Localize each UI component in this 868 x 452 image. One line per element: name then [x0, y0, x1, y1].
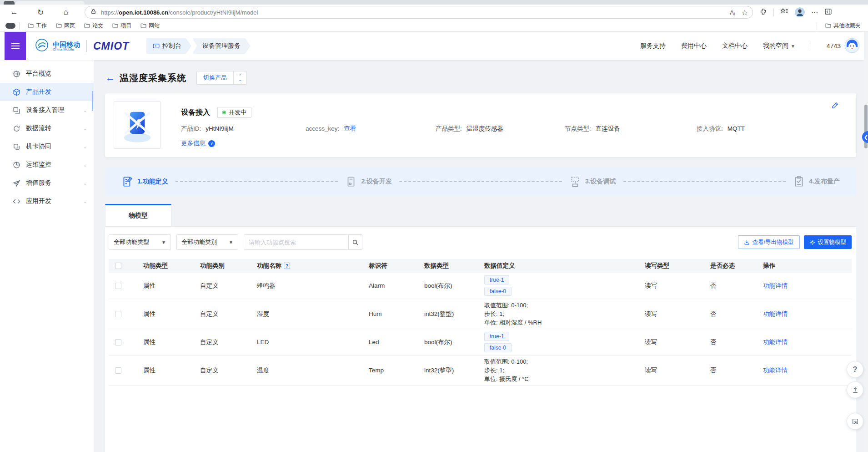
nav-link-support[interactable]: 服务支持	[640, 42, 666, 50]
sidebar: 平台概览 产品开发 设备接入管理 ⌄ 数据流转 ⌄ 机卡协同 ⌄ 运维监控 ⌄ …	[0, 60, 94, 452]
step-release-production[interactable]: 4.发布量产	[793, 176, 840, 188]
function-detail-link[interactable]: 功能详情	[763, 282, 788, 289]
site-lock-icon[interactable]	[90, 8, 96, 16]
release-checklist-icon	[793, 176, 805, 188]
sidebar-item-label: 平台概览	[26, 70, 51, 78]
step-connector	[176, 181, 338, 182]
step-device-debug[interactable]: 3.设备调试	[569, 176, 616, 188]
col-rw-type: 读写类型	[645, 262, 710, 270]
pinned-favicon-bookmark[interactable]	[5, 23, 15, 29]
browser-profile-avatar[interactable]	[795, 7, 805, 17]
submit-float-button[interactable]	[847, 381, 863, 398]
function-type-select[interactable]: 全部功能类型 ▼	[109, 234, 171, 250]
sidebar-item-app-development[interactable]: 应用开发 ⌄	[0, 192, 94, 210]
sidebar-item-value-added[interactable]: 增值服务 ⌄	[0, 174, 94, 192]
cell-type: 属性	[143, 366, 200, 375]
view-export-model-button[interactable]: 查看/导出物模型	[738, 235, 800, 249]
browser-tab-active-partial[interactable]	[15, 1, 85, 5]
col-actions: 操作	[763, 262, 852, 270]
bookmark-label: 网页	[64, 22, 75, 30]
sidebar-toggle-icon[interactable]	[824, 8, 832, 17]
sidebar-item-data-flow[interactable]: 数据流转 ⌄	[0, 119, 94, 137]
step-label: 4.发布量产	[809, 178, 840, 186]
switch-product-button[interactable]: 切换产品 ⌃⌄	[196, 71, 247, 85]
function-search-input[interactable]	[244, 234, 348, 250]
bookmark-folder-sites[interactable]: 网站	[136, 22, 164, 30]
help-float-button[interactable]: ?	[847, 361, 863, 378]
row-checkbox[interactable]	[115, 283, 121, 289]
extensions-icon[interactable]	[759, 8, 767, 17]
back-icon[interactable]: ←	[8, 6, 20, 18]
cell-rw: 读写	[645, 338, 710, 346]
switch-product-label: 切换产品	[197, 71, 234, 84]
china-mobile-logo-zh: 中国移动	[53, 41, 80, 48]
favorites-bar-icon[interactable]	[780, 7, 788, 17]
bookmark-folder-projects[interactable]: 项目	[108, 22, 136, 30]
nav-link-billing[interactable]: 费用中心	[681, 42, 707, 50]
product-info-card: 设备接入 开发中 产品ID:yHtNI9iijM access_key:查看 产…	[105, 93, 856, 157]
breadcrumb-device-service[interactable]: 设备管理服务	[192, 38, 251, 54]
function-detail-link[interactable]: 功能详情	[763, 367, 788, 374]
more-info-link[interactable]: 更多信息 ∨	[181, 139, 215, 147]
browser-menu-icon[interactable]: ⋯	[811, 8, 818, 16]
search-button[interactable]	[348, 234, 362, 250]
other-favorites[interactable]: 其他收藏夹	[821, 22, 868, 30]
tab-thing-model[interactable]: 物模型	[105, 204, 171, 226]
sidebar-item-platform-overview[interactable]: 平台概览	[0, 65, 94, 83]
url-text[interactable]: https://open.iot.10086.cn/console/produc…	[101, 9, 730, 16]
mascot-avatar[interactable]	[844, 38, 860, 55]
edit-pencil-icon[interactable]	[831, 102, 839, 111]
bookmark-folder-papers[interactable]: 论文	[80, 22, 108, 30]
sidebar-item-sim-coordination[interactable]: 机卡协同 ⌄	[0, 137, 94, 156]
breadcrumb-console[interactable]: 控制台	[146, 38, 191, 54]
cell-rw: 读写	[645, 310, 710, 318]
page-scrollbar[interactable]	[864, 32, 868, 452]
function-detail-link[interactable]: 功能详情	[763, 339, 788, 345]
sidebar-item-label: 增值服务	[26, 179, 51, 187]
nav-link-docs[interactable]: 文档中心	[722, 42, 748, 50]
function-category-select[interactable]: 全部功能类别 ▼	[176, 234, 238, 250]
cell-identifier: Hum	[369, 310, 424, 317]
bookmark-folder-work[interactable]: 工作	[23, 22, 51, 30]
browser-tab-partial[interactable]	[4, 1, 15, 5]
refresh-icon[interactable]: ↻	[35, 6, 46, 18]
col-required: 是否必选	[710, 262, 763, 270]
address-bar[interactable]: https://open.iot.10086.cn/console/produc…	[85, 6, 753, 19]
value-chip[interactable]: false-0	[484, 343, 512, 352]
value-chip[interactable]: true-1	[484, 275, 509, 284]
sidebar-item-ops-monitoring[interactable]: 运维监控 ⌄	[0, 156, 94, 174]
favorite-star-icon[interactable]: ☆	[742, 8, 748, 17]
bookmark-folder-web[interactable]: 网页	[51, 22, 80, 30]
sidebar-item-product-development[interactable]: 产品开发	[0, 83, 94, 101]
step-function-definition[interactable]: 1.功能定义	[121, 176, 168, 188]
col-function-name: 功能名称	[257, 262, 281, 270]
browser-toolbar: ← ↻ ⌂ https://open.iot.10086.cn/console/…	[0, 5, 868, 20]
value-chip[interactable]: false-0	[484, 287, 512, 296]
feedback-float-button[interactable]	[847, 413, 863, 430]
function-detail-link[interactable]: 功能详情	[763, 310, 788, 317]
cell-required: 否	[710, 282, 763, 290]
back-arrow-icon[interactable]: ←	[105, 72, 115, 83]
sidebar-item-device-access[interactable]: 设备接入管理 ⌄	[0, 101, 94, 119]
help-icon[interactable]: ?	[284, 263, 290, 269]
row-checkbox[interactable]	[115, 367, 121, 374]
breadcrumb-label: 控制台	[162, 42, 181, 50]
select-value: 全部功能类别	[181, 238, 217, 246]
view-access-key-link[interactable]: 查看	[344, 125, 356, 132]
sidebar-scrollbar-thumb[interactable]	[92, 91, 93, 111]
set-model-button[interactable]: 设置物模型	[804, 235, 852, 249]
feedback-form-icon	[852, 418, 859, 425]
folder-icon	[140, 23, 146, 29]
field-access-key: access_key:查看	[306, 125, 356, 133]
my-space-menu[interactable]: 我的空间 ▼	[763, 42, 795, 50]
cell-required: 否	[710, 338, 763, 346]
hamburger-menu-button[interactable]	[5, 32, 26, 60]
row-checkbox[interactable]	[115, 311, 121, 317]
read-aloud-icon[interactable]: A)	[730, 9, 735, 16]
chevron-icon: ⌄	[83, 180, 87, 186]
step-device-development[interactable]: 2.设备开发	[345, 176, 392, 188]
home-icon[interactable]: ⌂	[60, 6, 72, 18]
value-chip[interactable]: true-1	[484, 332, 509, 341]
select-all-checkbox[interactable]	[115, 263, 121, 269]
row-checkbox[interactable]	[115, 339, 121, 345]
